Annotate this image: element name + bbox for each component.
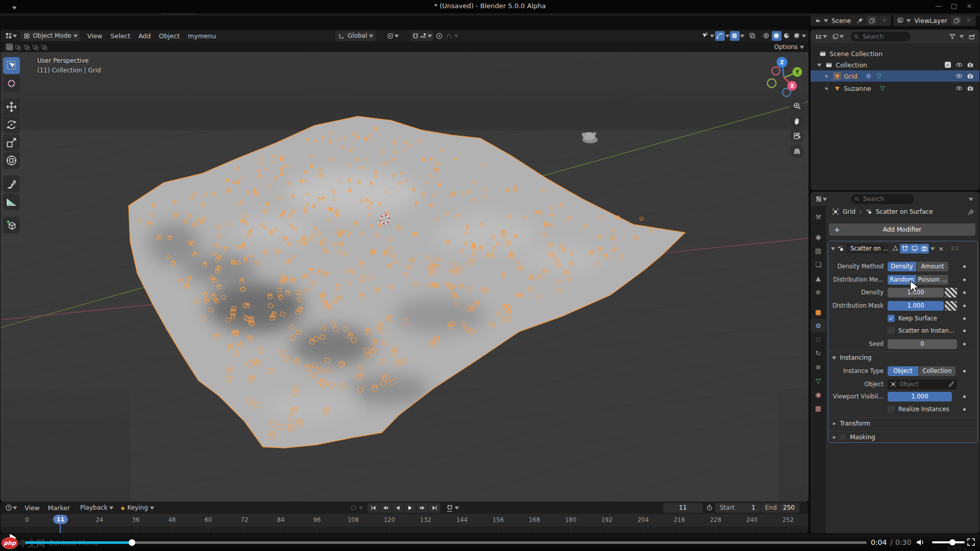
jump-to-start-button[interactable] [368,503,379,513]
video-progress-track[interactable] [25,541,867,544]
zoom-icon[interactable] [790,98,804,113]
tool-select-box[interactable] [3,57,20,74]
properties-tab-physics[interactable]: ↻ [811,346,826,360]
eye-icon[interactable] [955,84,963,92]
object-field[interactable]: Object [888,380,957,389]
row-label[interactable]: Scene Collection [829,50,883,58]
tool-measure[interactable] [3,193,20,210]
viewport-3d[interactable]: ▼ Object Mode ▼ ViewSelectAddObjectmymen… [1,30,808,502]
fullscreen-icon[interactable] [967,538,975,546]
auto-keying-icon[interactable] [349,503,358,513]
chevron-down-icon[interactable]: ▼ [969,197,973,202]
close-icon[interactable]: × [938,245,944,253]
properties-tab-texture[interactable]: ▦ [811,402,826,415]
properties-tab-particles[interactable]: ∷ [811,333,826,346]
chevron-down-icon[interactable]: ▼ [13,34,17,38]
navigation-gizmo[interactable]: Z Y X [761,54,807,100]
chevron-down-icon[interactable]: ▼ [455,506,459,510]
animate-dot[interactable] [963,279,966,281]
density-option[interactable]: Density [888,262,916,271]
timeline-menu-view[interactable]: View [20,504,44,512]
chevron-right-icon[interactable]: ▼ [824,74,829,78]
properties-search-input[interactable] [862,195,911,203]
timeline-menu-marker[interactable]: Marker [44,504,74,512]
chevron-down-icon[interactable]: ▼ [840,34,844,39]
tool-add-cube[interactable] [3,217,20,234]
chevron-down-icon[interactable]: ▼ [831,246,836,251]
texture-icon[interactable] [945,301,957,311]
viewport-menu-mymenu[interactable]: mymenu [184,32,220,40]
breadcrumb-modifier[interactable]: Scatter on Surface [876,208,933,215]
modifier-name-field[interactable]: Scatter on ... [846,244,888,254]
drag-grip-icon[interactable]: ⠿⠿ [951,246,960,252]
properties-tab-scene[interactable]: ▲ [811,271,826,285]
pan-hand-icon[interactable] [790,114,804,128]
outliner-row-grid[interactable]: ▼ ▼ Grid ⚙ ▽ [811,70,979,82]
properties-tab-constraints[interactable]: ⊗ [811,360,826,374]
tool-rotate[interactable] [3,116,20,133]
chevron-down-icon[interactable]: ▼ [428,34,432,38]
properties-tab-render[interactable]: ◉ [811,230,826,244]
timeline-ruler[interactable]: 0122436486072849610812013214415616818019… [1,514,808,527]
shading-solid-icon[interactable] [772,31,781,41]
show-in-viewport-icon[interactable] [910,244,919,254]
proportional-editing-controls[interactable]: ▼ [435,32,458,40]
viewport-menu-add[interactable]: Add [134,32,155,40]
chevron-down-icon[interactable]: ▼ [906,18,911,23]
exclude-checkbox[interactable]: ✓ [944,61,952,69]
play-button[interactable] [404,503,416,513]
snap-playhead-icon[interactable]: Ω [445,503,454,513]
select-mode-invert-icon[interactable] [32,43,39,51]
chevron-down-icon[interactable]: ▼ [710,34,715,38]
pivot-point-dropdown[interactable]: ▼ [386,32,398,40]
view-layer-name[interactable]: ViewLayer [912,17,949,24]
mode-dropdown[interactable]: Object Mode ▼ [20,31,80,41]
minimize-button[interactable]: — [933,2,944,11]
poisson-option[interactable]: Poisson ... [917,275,948,285]
tool-move[interactable] [3,98,20,115]
masking-checkbox[interactable] [840,434,846,440]
chevron-down-icon[interactable]: ▼ [802,34,806,38]
animate-dot[interactable] [963,305,966,307]
ortho-grid-icon[interactable] [790,144,804,158]
eye-icon[interactable] [955,61,963,69]
outliner-search-input[interactable] [862,33,907,41]
object-option[interactable]: Object [888,366,918,376]
tool-scale[interactable] [3,134,20,151]
new-collection-icon[interactable] [967,32,976,41]
animate-dot[interactable] [963,370,966,372]
animate-dot[interactable] [963,330,966,332]
animate-dot[interactable] [963,408,966,411]
chevron-down-icon[interactable]: ▼ [740,34,744,38]
transform-subpanel-header[interactable]: ▼ Transform [828,417,977,429]
volume-knob[interactable] [949,539,955,545]
new-scene-button[interactable] [867,16,877,25]
properties-tab-view-layer[interactable]: ❏ [811,258,826,271]
select-mode-extend-icon[interactable] [14,43,22,51]
video-progress-knob[interactable] [129,539,135,546]
properties-tab-material[interactable]: ◉ [811,388,826,402]
keep-surface-checkbox[interactable]: ✓ [888,315,895,322]
breadcrumb-object[interactable]: Grid [843,208,855,215]
viewport-menu-select[interactable]: Select [107,32,135,40]
animate-dot[interactable] [963,291,966,294]
properties-tab-tool[interactable]: ⚒ [811,210,826,224]
row-label[interactable]: Collection [836,61,867,69]
viewport-menu-object[interactable]: Object [155,32,184,40]
amount-option[interactable]: Amount [917,262,948,271]
playhead[interactable]: 11 [53,515,68,524]
chevron-down-icon[interactable]: ▼ [823,34,827,39]
tool-transform[interactable] [3,152,20,169]
gizmo-minus-x[interactable] [772,67,780,75]
snapping-controls[interactable]: Ω ▼ [411,31,433,41]
camera-icon[interactable] [966,84,974,92]
view-layer-selector[interactable]: ▼ ViewLayer × [893,15,976,26]
display-mode-icon[interactable] [830,32,840,41]
tool-cursor[interactable] [3,75,20,92]
eyedropper-icon[interactable] [948,381,954,387]
end-frame-field[interactable]: End 250 [761,503,799,513]
snap-target-icon[interactable] [420,32,427,39]
options-dropdown[interactable]: Options ▼ [774,42,803,52]
scene-selector[interactable]: ▼ Scene × [811,15,891,26]
camera-icon[interactable] [966,72,974,80]
